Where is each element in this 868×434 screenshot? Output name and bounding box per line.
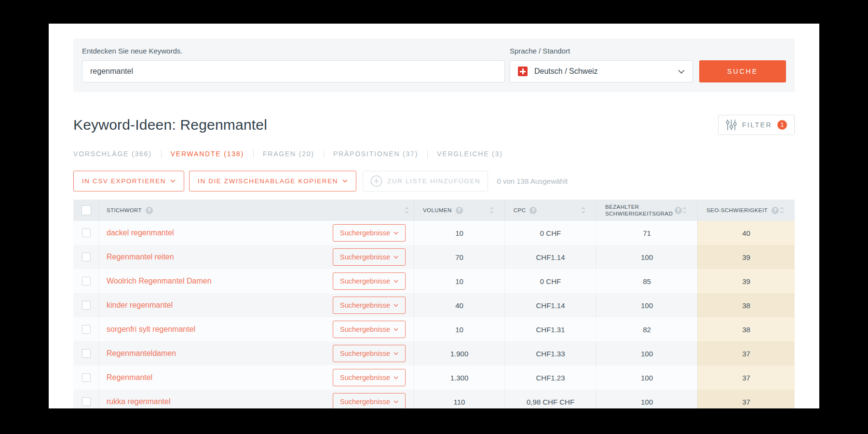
cpc-cell: CHF1.23 — [504, 366, 596, 390]
help-icon[interactable]: ? — [675, 207, 682, 214]
filter-button-label: FILTER — [742, 121, 772, 129]
seo-difficulty-cell: 38 — [697, 293, 795, 317]
table-row: rukka regenmantel Suchergebnisse 110 0,9… — [73, 390, 795, 408]
sort-icon[interactable] — [404, 205, 414, 215]
serp-dropdown-button[interactable]: Suchergebnisse — [333, 393, 406, 408]
select-all-checkbox[interactable] — [81, 205, 91, 215]
row-checkbox[interactable] — [82, 301, 91, 310]
serp-dropdown-label: Suchergebnisse — [340, 374, 390, 381]
paid-difficulty-cell: 85 — [596, 269, 697, 293]
export-csv-label: IN CSV EXPORTIEREN — [82, 177, 166, 185]
serp-dropdown-button[interactable]: Suchergebnisse — [333, 297, 406, 314]
column-header-bezahlter: BEZAHLTER SCHWIERIGKEITSGRAD — [605, 203, 673, 217]
table-row: Regenmanteldamen Suchergebnisse 1.900 CH… — [73, 341, 795, 366]
row-checkbox[interactable] — [82, 349, 91, 358]
paid-difficulty-cell: 100 — [596, 293, 697, 317]
tab-vergleiche[interactable]: VERGLEICHE (3) — [428, 150, 512, 158]
sort-icon[interactable] — [779, 205, 790, 215]
seo-difficulty-cell: 37 — [697, 341, 795, 366]
keyword-link[interactable]: Woolrich Regenmantel Damen — [107, 277, 333, 285]
keyword-link[interactable]: dackel regenmantel — [107, 229, 333, 237]
row-checkbox[interactable] — [82, 277, 91, 285]
chevron-down-icon — [393, 376, 398, 380]
chevron-down-icon — [393, 280, 398, 283]
language-location-label: Sprache / Standort — [510, 47, 786, 55]
sort-icon[interactable] — [489, 205, 500, 215]
keyword-table: STICHWORT ? VOLUMEN ? CPC ? — [73, 200, 795, 408]
paid-difficulty-cell: 100 — [596, 390, 697, 408]
paid-difficulty-cell: 71 — [596, 221, 697, 245]
paid-difficulty-cell: 100 — [596, 341, 697, 366]
serp-dropdown-label: Suchergebnisse — [340, 277, 390, 285]
keyword-link[interactable]: sorgenfri sylt regenmantel — [107, 325, 333, 334]
serp-dropdown-label: Suchergebnisse — [340, 229, 390, 237]
filter-count-badge: 1 — [777, 120, 787, 130]
serp-dropdown-button[interactable]: Suchergebnisse — [333, 272, 406, 290]
row-checkbox[interactable] — [82, 397, 91, 406]
cpc-cell: 0 CHF — [504, 221, 596, 245]
tab-praepositionen[interactable]: PRÄPOSITIONEN (37) — [324, 150, 427, 158]
tab-verwandte[interactable]: VERWANDTE (138) — [162, 150, 253, 158]
keyword-link[interactable]: rukka regenmantel — [107, 397, 333, 406]
serp-dropdown-label: Suchergebnisse — [340, 326, 390, 333]
page-title: Keyword-Ideen: Regenmantel — [73, 117, 267, 133]
keyword-search-input[interactable] — [82, 60, 505, 82]
volume-cell: 1.900 — [414, 341, 504, 366]
keyword-link[interactable]: kinder regenmantel — [107, 301, 333, 310]
keyword-link[interactable]: Regenmantel — [107, 373, 333, 382]
table-row: Woolrich Regenmantel Damen Suchergebniss… — [73, 269, 795, 293]
cpc-cell: CHF1.14 — [504, 245, 596, 269]
cpc-cell: CHF1.31 — [504, 317, 596, 341]
chevron-down-icon — [678, 69, 685, 74]
app-window: Entdecken Sie neue Keywords. Sprache / S… — [49, 24, 819, 408]
volume-cell: 10 — [414, 221, 504, 245]
chevron-down-icon — [393, 352, 398, 355]
export-csv-button[interactable]: IN CSV EXPORTIEREN — [73, 171, 184, 191]
volume-cell: 70 — [414, 245, 504, 269]
volume-cell: 10 — [414, 317, 504, 341]
copy-clipboard-button[interactable]: IN DIE ZWISCHENABLAGE KOPIEREN — [189, 171, 356, 191]
table-body: dackel regenmantel Suchergebnisse 10 0 C… — [73, 221, 795, 408]
sort-icon[interactable] — [581, 205, 591, 215]
keyword-link[interactable]: Regenmanteldamen — [107, 349, 333, 358]
filter-button[interactable]: FILTER 1 — [718, 115, 795, 135]
row-checkbox[interactable] — [82, 253, 91, 261]
chevron-down-icon — [393, 400, 398, 404]
help-icon[interactable]: ? — [146, 207, 153, 214]
volume-cell: 40 — [414, 293, 504, 317]
serp-dropdown-label: Suchergebnisse — [340, 301, 390, 309]
help-icon[interactable]: ? — [529, 207, 537, 214]
row-checkbox[interactable] — [82, 325, 91, 334]
serp-dropdown-button[interactable]: Suchergebnisse — [333, 321, 406, 338]
keyword-link[interactable]: Regenmantel reiten — [107, 253, 333, 261]
serp-dropdown-button[interactable]: Suchergebnisse — [333, 369, 406, 386]
seo-difficulty-cell: 37 — [697, 366, 795, 390]
tab-vorschlaege[interactable]: VORSCHLÄGE (366) — [73, 150, 161, 158]
tab-fragen[interactable]: FRAGEN (20) — [254, 150, 324, 158]
result-tabs: VORSCHLÄGE (366) VERWANDTE (138) FRAGEN … — [73, 149, 795, 158]
cpc-cell: 0,98 CHF CHF — [504, 390, 596, 408]
volume-cell: 110 — [414, 390, 504, 408]
plus-circle-icon — [370, 175, 382, 187]
search-button[interactable]: SUCHE — [699, 60, 786, 82]
language-location-select[interactable]: Deutsch / Schweiz — [510, 60, 693, 82]
chevron-down-icon — [342, 179, 348, 183]
serp-dropdown-button[interactable]: Suchergebnisse — [333, 248, 406, 266]
seo-difficulty-cell: 39 — [697, 245, 795, 269]
chevron-down-icon — [393, 256, 398, 259]
add-to-list-button[interactable]: ZUR LISTE HINZUFÜGEN — [363, 171, 488, 191]
serp-dropdown-button[interactable]: Suchergebnisse — [333, 345, 406, 362]
selection-status: 0 von 138 Ausgewählt — [497, 177, 568, 185]
volume-cell: 10 — [414, 269, 504, 293]
help-icon[interactable]: ? — [456, 207, 463, 214]
paid-difficulty-cell: 82 — [596, 317, 697, 341]
row-checkbox[interactable] — [82, 373, 91, 382]
serp-dropdown-button[interactable]: Suchergebnisse — [333, 224, 406, 242]
cpc-cell: 0 CHF — [504, 269, 596, 293]
help-icon[interactable]: ? — [772, 207, 779, 214]
sort-icon[interactable] — [682, 205, 692, 215]
search-label: Entdecken Sie neue Keywords. — [82, 47, 505, 55]
row-checkbox[interactable] — [82, 229, 91, 237]
table-row: Regenmantel reiten Suchergebnisse 70 CHF… — [73, 245, 795, 269]
swiss-flag-icon — [518, 67, 528, 76]
